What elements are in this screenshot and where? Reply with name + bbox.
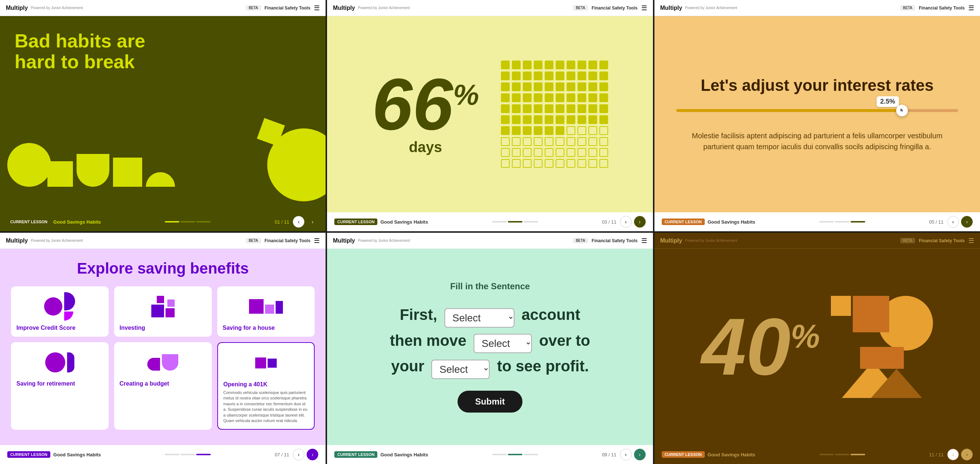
fill-title: Fill in the Sentence xyxy=(450,281,530,292)
select-1-wrapper[interactable]: Select savings checking investment xyxy=(444,304,514,328)
sentence-p1: First, xyxy=(399,306,437,323)
slider-container[interactable]: 2.5% xyxy=(676,109,958,112)
select-3-wrapper[interactable]: Select bank account wallet xyxy=(431,355,490,380)
page-num-6: 11 / 11 xyxy=(929,452,943,458)
menu-icon-4[interactable]: ☰ xyxy=(314,237,320,245)
lesson-badge-4: CURRENT LESSON xyxy=(7,451,50,458)
footer-4: CURRENT LESSON Good Savings Habits 07 / … xyxy=(0,445,326,464)
submit-btn[interactable]: Submit xyxy=(458,391,522,413)
page-num-3: 05 / 11 xyxy=(929,219,943,225)
logo-3: Multiply xyxy=(660,5,682,11)
card-desc-401k: Commodo vehicula scelerisque quis partur… xyxy=(223,390,309,424)
logo-5: Multiply xyxy=(333,238,355,244)
navbar-6: Multiply Powered by Junior Achievement B… xyxy=(654,233,980,249)
select-2[interactable]: Select funds assets money xyxy=(474,334,532,353)
forty-section: 40% xyxy=(654,296,980,398)
select-1[interactable]: Select savings checking investment xyxy=(444,308,514,328)
prev-btn-4[interactable]: ‹ xyxy=(293,449,304,460)
progress-dots-2 xyxy=(492,221,538,223)
shape-arch-1 xyxy=(76,154,110,187)
lesson-title-6: Good Savings Habits xyxy=(708,452,756,458)
next-btn-1[interactable]: › xyxy=(307,216,318,228)
card-icon-budget xyxy=(119,348,206,377)
menu-icon-2[interactable]: ☰ xyxy=(641,4,647,12)
next-btn-3[interactable]: › xyxy=(961,216,973,228)
shapes-area-1 xyxy=(0,132,326,190)
shape-circle-1 xyxy=(7,143,51,187)
card-icon-retirement xyxy=(16,348,103,377)
prev-btn-1[interactable]: ‹ xyxy=(293,216,304,228)
panel-interest: Multiply Powered by Junior Achievement B… xyxy=(654,0,980,231)
tan-rect xyxy=(860,347,904,369)
powered-5: Powered by Junior Achievement xyxy=(358,239,410,242)
explore-title: Explore saving benefits xyxy=(77,260,249,277)
prev-btn-2[interactable]: ‹ xyxy=(620,216,632,228)
footer-1: CURRENT LESSON Good Savings Habits 01 / … xyxy=(0,212,326,231)
panel-3-content: Let's adjust your interest rates 2.5% Mo… xyxy=(654,16,980,212)
logo-2: Multiply xyxy=(333,5,355,11)
navbar-5: Multiply Powered by Junior Achievement B… xyxy=(327,233,652,249)
shape-credit-quarter xyxy=(64,311,73,320)
bud-shape1 xyxy=(147,358,160,371)
card-label-investing: Investing xyxy=(119,325,206,331)
card-budget[interactable]: Creating a budget xyxy=(114,342,212,430)
card-label-budget: Creating a budget xyxy=(119,381,206,387)
inv-sq2 xyxy=(151,305,164,317)
lesson-badge-1: CURRENT LESSON xyxy=(7,218,50,225)
card-house[interactable]: Saving for a house xyxy=(217,286,315,337)
logo-4: Multiply xyxy=(6,238,28,244)
badge-2: BETA xyxy=(573,5,588,11)
card-label-401k: Opening a 401K xyxy=(223,381,309,388)
card-investing[interactable]: Investing xyxy=(114,286,212,337)
menu-icon-3[interactable]: ☰ xyxy=(968,4,974,12)
fill-sentence: First, Select savings checking investmen… xyxy=(390,302,590,380)
shape-half-1 xyxy=(146,172,175,187)
lesson-badge-2: CURRENT LESSON xyxy=(334,218,377,225)
select-2-wrapper[interactable]: Select funds assets money xyxy=(474,329,532,354)
shape-sq-1 xyxy=(48,161,73,187)
prev-btn-5[interactable]: ‹ xyxy=(620,449,632,460)
number-section: 66% days xyxy=(372,73,479,155)
panel-1-content: Bad habits are hard to break xyxy=(0,16,326,212)
menu-icon-1[interactable]: ☰ xyxy=(314,4,320,12)
cards-grid: Improve Credit Score xyxy=(11,286,315,430)
prev-btn-6[interactable]: ‹ xyxy=(947,449,959,460)
slider-thumb[interactable] xyxy=(896,105,908,116)
sentence-p5: your xyxy=(391,357,425,375)
sentence-p2: account xyxy=(521,306,580,323)
menu-icon-5[interactable]: ☰ xyxy=(641,237,647,245)
card-retirement[interactable]: Saving for retirement xyxy=(11,342,109,430)
slider-tooltip: 2.5% xyxy=(877,96,899,107)
nav-title-6: Financial Safety Tools xyxy=(919,238,965,243)
next-btn-4[interactable]: › xyxy=(307,449,318,460)
shape-credit-half xyxy=(64,292,75,311)
shape-sq-2 xyxy=(113,158,142,187)
card-icon-credit xyxy=(16,292,103,321)
page-num-2: 03 / 11 xyxy=(602,219,617,225)
tan-tri-right xyxy=(871,369,922,398)
select-3[interactable]: Select bank account wallet xyxy=(431,360,490,379)
card-credit[interactable]: Improve Credit Score xyxy=(11,286,109,337)
logo-6: Multiply xyxy=(660,238,682,244)
card-401k[interactable]: Opening a 401K Commodo vehicula sceleris… xyxy=(217,342,315,430)
navbar-4: Multiply Powered by Junior Achievement B… xyxy=(0,233,326,249)
menu-icon-6[interactable]: ☰ xyxy=(968,237,974,245)
badge-6: BETA xyxy=(900,238,915,243)
next-btn-5[interactable]: › xyxy=(634,449,646,460)
next-btn-6[interactable]: › xyxy=(961,449,973,460)
powered-4: Powered by Junior Achievement xyxy=(30,239,83,242)
card-label-house: Saving for a house xyxy=(223,325,310,331)
sentence-p4: over to xyxy=(539,332,590,349)
k-sq2 xyxy=(267,359,277,368)
powered-2: Powered by Junior Achievement xyxy=(358,6,410,10)
nav-title-2: Financial Safety Tools xyxy=(592,5,638,11)
nav-title-3: Financial Safety Tools xyxy=(919,5,965,11)
prev-btn-3[interactable]: ‹ xyxy=(947,216,959,228)
k-sq1 xyxy=(255,357,266,368)
next-btn-2[interactable]: › xyxy=(634,216,646,228)
slider-track[interactable] xyxy=(676,109,958,112)
card-icon-401k xyxy=(223,348,309,378)
card-icon-house xyxy=(223,292,310,321)
page-num-1: 01 / 11 xyxy=(275,219,290,225)
progress-dots-4 xyxy=(165,454,211,455)
